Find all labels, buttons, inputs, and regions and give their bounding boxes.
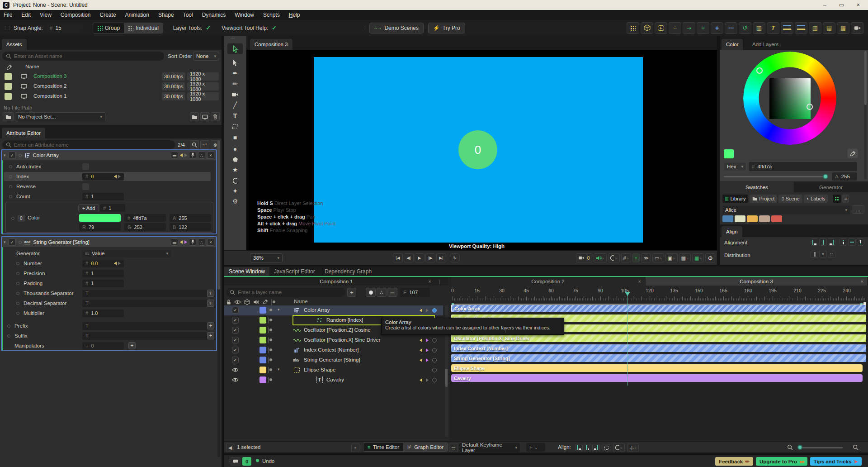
enabled-check-icon[interactable]: ✓ <box>9 152 16 159</box>
close-button[interactable]: × <box>857 2 860 8</box>
layer-row-ellipse-shape[interactable]: ▾ Ellipse Shape <box>224 365 443 375</box>
viewport-tool-help-check-icon[interactable]: ✓ <box>272 24 277 31</box>
palette-swatch[interactable] <box>722 215 733 222</box>
visible-eye-icon[interactable] <box>232 377 239 382</box>
number-field[interactable]: #0.0 <box>82 260 124 267</box>
layer-pill-icon[interactable] <box>268 367 269 373</box>
stagger-b-icon[interactable]: ▬▬ <box>795 22 807 34</box>
timeline-bar-string-generator[interactable]: String Generator [String] <box>451 354 866 362</box>
asset-search[interactable] <box>2 52 164 61</box>
message-log-button[interactable] <box>231 457 241 466</box>
auto-index-checkbox[interactable] <box>82 163 89 170</box>
hex-field[interactable]: #4ffd7a <box>124 214 166 222</box>
attribute-search-input[interactable] <box>14 142 171 148</box>
asset-row[interactable]: Composition 1 30.00fps 1920 x 1080 <box>0 91 222 101</box>
demo-scenes-button[interactable]: ∴→ Demo Scenes <box>369 23 424 33</box>
grid-view-button[interactable] <box>833 195 841 203</box>
collapse-chevron-icon[interactable]: ▾ <box>4 240 6 244</box>
dashed-arrow-icon[interactable]: ⇢ <box>683 22 695 34</box>
enabled-check-icon[interactable]: ✓ <box>232 357 239 363</box>
alpha-slider-track[interactable] <box>724 176 827 177</box>
scatter-options-button[interactable]: ∴ <box>377 288 387 297</box>
project-tab[interactable]: Project <box>750 195 777 203</box>
timeline-ruler[interactable]: 0 15 30 45 60 75 90 105 120 135 150 165 … <box>450 286 868 302</box>
menu-file[interactable]: File <box>0 12 17 18</box>
group-button[interactable]: Group <box>93 23 124 33</box>
connections-icon[interactable]: ∴ <box>198 238 205 246</box>
prev-frame-button[interactable]: ◀| <box>404 253 414 262</box>
alpha-value-field[interactable]: A255 <box>832 172 857 181</box>
columns-icon[interactable]: ▥ <box>809 22 821 34</box>
enabled-check-icon[interactable]: ✓ <box>232 317 239 324</box>
menu-tool[interactable]: Tool <box>179 12 198 18</box>
asset-name[interactable]: Composition 1 <box>33 93 67 99</box>
snap-angle-field[interactable]: # 15 <box>47 24 83 33</box>
collapse-panel-icon[interactable]: ◀ <box>226 443 234 452</box>
kf-align-right-button[interactable] <box>592 444 600 451</box>
palette-dropdown[interactable]: Alice <box>722 205 850 214</box>
upgrade-to-pro-button[interactable]: Upgrade to Pro●● <box>756 457 807 466</box>
sv-selector[interactable] <box>807 104 813 110</box>
next-frame-button[interactable]: |▶ <box>425 253 435 262</box>
try-pro-button[interactable]: ⚡ Try Pro <box>428 23 465 33</box>
project-folder-button[interactable] <box>3 112 14 121</box>
layer-color-swatch[interactable] <box>259 357 266 363</box>
layers-overlay-button[interactable]: ▣▹ <box>665 253 677 262</box>
tab-generator[interactable]: Generator <box>794 182 868 192</box>
list-view-button[interactable]: ≡ <box>842 195 849 203</box>
color-array-header[interactable]: ▾ ✓ Color Array ⚌ ∴ × <box>2 150 216 160</box>
prev-keyframe-icon[interactable] <box>180 240 183 244</box>
utility-tool[interactable]: ⚙ <box>227 196 243 207</box>
connections-icon[interactable]: ∴ <box>198 152 205 159</box>
expand-chevron-icon[interactable]: ▾ <box>278 307 280 312</box>
asset-swatch[interactable] <box>5 83 12 90</box>
grid-icon[interactable]: ▦ <box>837 22 849 34</box>
tab-color[interactable]: Color <box>722 39 743 50</box>
layer-color-swatch[interactable] <box>259 376 266 383</box>
color-panel-scrollbar[interactable] <box>864 51 867 179</box>
arc-tool[interactable] <box>227 175 243 186</box>
direct-select-tool[interactable] <box>227 57 243 68</box>
prefix-field[interactable]: T <box>82 322 207 330</box>
palette-swatch[interactable] <box>759 215 770 222</box>
palette-more-button[interactable]: ... <box>852 205 864 214</box>
ellipse-shape-layer[interactable]: 0 <box>458 130 497 169</box>
select-radio[interactable] <box>432 378 437 382</box>
layer-search[interactable] <box>226 288 345 297</box>
grid-button[interactable]: #▹ <box>621 253 631 262</box>
menu-animation[interactable]: Animation <box>121 12 154 18</box>
thousands-field[interactable]: T <box>82 290 207 297</box>
zoom-level-dropdown[interactable]: 38% <box>250 253 283 262</box>
timeline-bar-oscillator-x[interactable]: Oscillator [Position.X] Sine Driver <box>451 334 866 342</box>
playhead-line[interactable] <box>627 295 628 386</box>
individual-button[interactable]: Individual <box>124 23 163 33</box>
maximize-button[interactable]: ▭ <box>839 2 844 8</box>
pin-icon[interactable] <box>189 238 196 246</box>
audio-button[interactable]: ▹ <box>594 253 607 262</box>
star-tool[interactable]: ★ <box>227 164 243 175</box>
select-radio[interactable] <box>432 358 437 362</box>
filter-options-button[interactable]: ⚌ <box>387 288 397 297</box>
menu-help[interactable]: Help <box>284 12 305 18</box>
keyframe-frame-field[interactable]: F- <box>526 443 545 452</box>
new-folder-button[interactable] <box>190 112 199 121</box>
asset-swatch[interactable] <box>5 73 12 80</box>
toolbar-drag-handle[interactable]: ⋮⋮ <box>3 25 11 31</box>
layer-tools-check-icon[interactable]: ✓ <box>206 24 211 31</box>
alpha-field[interactable]: A255 <box>170 214 211 222</box>
sparkle-tool[interactable]: ✦ <box>227 186 243 196</box>
viewport-canvas[interactable]: 0 Hold S Direct Layer Selection Space Pl… <box>246 50 717 250</box>
align-right-button[interactable] <box>828 238 835 246</box>
decimal-field[interactable]: T <box>82 300 207 307</box>
keyframe-layer-icon[interactable]: ⚌ <box>449 443 458 452</box>
transparency-button[interactable]: ▦▹ <box>692 253 704 262</box>
tab-assets[interactable]: Assets <box>2 39 27 50</box>
rows-icon[interactable]: ▤ <box>823 22 835 34</box>
row-dots-icon[interactable]: ⋯ <box>725 22 737 34</box>
align-bottom-button[interactable] <box>857 238 864 246</box>
multiplier-field[interactable]: #1.0 <box>82 310 124 317</box>
pen-tool[interactable]: ✒ <box>227 68 243 79</box>
enabled-check-icon[interactable]: ✓ <box>9 238 16 246</box>
asset-swatch[interactable] <box>5 93 12 100</box>
layer-pill-icon[interactable] <box>268 317 269 324</box>
